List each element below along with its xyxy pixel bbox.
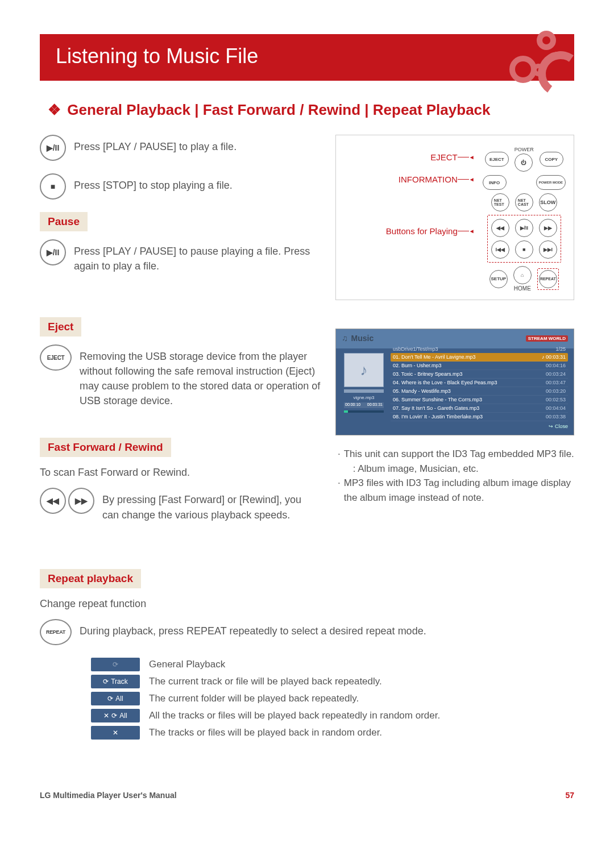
remote-net-test-button: NET TEST	[491, 193, 509, 211]
track-row: 02. Burn - Usher.mp300:04:16	[391, 362, 568, 370]
track-name: 01. Don't Tell Me - Avril Lavigne.mp3	[393, 354, 475, 360]
track-duration: 00:04:04	[546, 405, 566, 411]
fast-forward-icon: ▶▶	[68, 488, 94, 514]
track-name: 04. Where is the Love - Black Eyed Peas.…	[393, 380, 497, 385]
time-elapsed: 00:00:10	[345, 402, 360, 408]
repeat-desc-0: General Playback	[149, 659, 225, 670]
remote-power-button: ⏻	[515, 153, 533, 172]
eject-text-1: Removing the USB storage device from the…	[80, 351, 315, 377]
stop-instruction: Press [STOP] to stop playing a file.	[74, 173, 233, 193]
remote-prev-button: I◀◀	[491, 240, 509, 259]
remote-eject-button: EJECT	[485, 152, 509, 167]
ff-label: Fast Forward / Rewind	[40, 438, 171, 457]
remote-setup-button: SETUP	[489, 270, 508, 288]
track-name: 02. Burn - Usher.mp3	[393, 363, 442, 368]
page-footer: LG Multimedia Player User's Manual 57	[40, 785, 574, 800]
remote-copy-button: COPY	[540, 152, 563, 167]
track-row: 07. Say It Isn't So - Gareth Gates.mp300…	[391, 404, 568, 413]
track-duration: 00:03:24	[546, 371, 566, 377]
shuffle-icon: ✕	[113, 729, 118, 737]
arrow-icon: ◄	[458, 228, 475, 234]
repeat-button-icon: REPEAT	[40, 619, 72, 645]
track-row: 08. I'm Lovin' It - Justin Timberlake.mp…	[391, 413, 568, 421]
diamond-icon: ❖	[48, 101, 61, 119]
repeat-chip-track: ⟳Track	[91, 675, 140, 688]
track-row: 01. Don't Tell Me - Avril Lavigne.mp3♪ 0…	[391, 353, 568, 362]
section-subheading: ❖ General Playback | Fast Forward / Rewi…	[40, 101, 574, 119]
remote-ff-button: ▶▶	[539, 219, 557, 237]
play-pause-icon: ▶/II	[40, 239, 66, 265]
eject-label: Eject	[40, 317, 81, 337]
play-instruction: Press [PLAY / PAUSE] to play a file.	[74, 135, 237, 154]
music-title: Music	[351, 334, 374, 343]
page-number: 57	[565, 791, 574, 800]
repeat-chip-label: All	[119, 712, 127, 720]
remote-info-label: INFORMATION	[399, 175, 458, 184]
repeat-all-icon: ⟳	[107, 695, 113, 703]
repeat-chip-shuffle: ✕	[91, 726, 140, 740]
remote-slow-button: SLOW	[539, 193, 557, 211]
stop-icon: ■	[40, 173, 66, 200]
repeat-desc-3: All the tracks or files will be played b…	[149, 710, 440, 721]
ff-intro: To scan Fast Forward or Rewind.	[40, 465, 321, 480]
play-pause-icon: ▶/II	[40, 135, 66, 161]
repeat-icon: ⟳	[111, 712, 117, 720]
track-name: 08. I'm Lovin' It - Justin Timberlake.mp…	[393, 414, 483, 420]
header-accent	[506, 28, 580, 97]
close-hint: ↪	[549, 423, 555, 429]
remote-next-button: ▶▶I	[539, 240, 557, 259]
remote-play-pause-button: ▶/II	[515, 219, 533, 237]
track-name: 06. Summer Sunshine - The Corrs.mp3	[393, 397, 482, 402]
notes: ·This unit can support the ID3 Tag embed…	[335, 447, 574, 505]
remote-play-label: Buttons for Playing	[386, 226, 458, 236]
repeat-button-highlight: REPEAT	[537, 268, 559, 290]
repeat-desc-4: The tracks or files will be played back …	[149, 727, 382, 738]
track-name: 07. Say It Isn't So - Gareth Gates.mp3	[393, 405, 479, 411]
close-label: Close	[555, 423, 568, 429]
stream-badge: STREAM WORLD	[526, 335, 568, 342]
rewind-icon: ◀◀	[40, 488, 66, 514]
time-total: 00:03:31	[367, 402, 383, 408]
track-duration: 00:03:47	[546, 380, 566, 385]
repeat-chip-none: ⟳	[91, 658, 140, 671]
repeat-track-icon: ⟳	[103, 678, 109, 686]
remote-diagram: EJECT ◄ INFORMATION ◄ Buttons for Playin…	[335, 135, 574, 300]
page-title: Listening to Music File	[56, 44, 258, 68]
track-duration: ♪ 00:03:31	[542, 354, 566, 360]
eject-instruction: Removing the USB storage device from the…	[80, 344, 321, 408]
music-path: usbDrive1/Test/mp3	[393, 346, 438, 352]
arrow-icon: ◄	[458, 176, 475, 182]
track-name: 03. Toxic - Britney Spears.mp3	[393, 371, 462, 377]
track-row: 05. Mandy - Westlife.mp300:03:20	[391, 387, 568, 396]
pause-instruction: Press [PLAY / PAUSE] to pause playing a …	[74, 239, 321, 273]
pause-label: Pause	[40, 212, 88, 231]
repeat-intro: Change repeat function	[40, 596, 574, 611]
eject-text-2: may cause problem to the stored data or …	[80, 380, 320, 406]
repeat-desc-1: The current track or file will be played…	[149, 676, 382, 687]
subheading-text: General Playback | Fast Forward / Rewind…	[67, 101, 490, 118]
repeat-off-icon: ⟳	[113, 661, 118, 668]
remote-stop-button: ■	[515, 240, 533, 259]
page-header: Listening to Music File	[40, 34, 574, 81]
repeat-desc-2: The current folder will be played back r…	[149, 693, 359, 704]
note-1b: : Album image, Musician, etc.	[344, 463, 479, 474]
track-duration: 00:04:16	[546, 363, 566, 368]
track-count: 1/25	[555, 346, 566, 352]
music-screen: ♫ Music STREAM WORLD usbDrive1/Test/mp3 …	[335, 329, 574, 435]
track-duration: 00:03:38	[546, 414, 566, 420]
remote-rewind-button: ◀◀	[491, 219, 509, 237]
eject-button-icon: EJECT	[40, 344, 72, 371]
arrow-icon: ◄	[458, 154, 475, 160]
remote-repeat-button: REPEAT	[539, 270, 557, 288]
shuffle-icon: ✕	[103, 712, 109, 720]
track-row: 03. Toxic - Britney Spears.mp300:03:24	[391, 370, 568, 379]
play-buttons-group: ◀◀ ▶/II ▶▶ I◀◀ ■ ▶▶I	[487, 215, 561, 263]
remote-net-cast-button: NET CAST	[515, 193, 533, 211]
repeat-instruction: During playback, press REPEAT repeatedly…	[80, 619, 426, 638]
remote-eject-label: EJECT	[430, 152, 458, 162]
note-2: MP3 files with ID3 Tag including album i…	[344, 476, 574, 505]
track-duration: 00:02:53	[546, 397, 566, 402]
current-file: vigne.mp3	[354, 395, 375, 400]
track-row: 04. Where is the Love - Black Eyed Peas.…	[391, 379, 568, 387]
track-name: 05. Mandy - Westlife.mp3	[393, 388, 451, 394]
